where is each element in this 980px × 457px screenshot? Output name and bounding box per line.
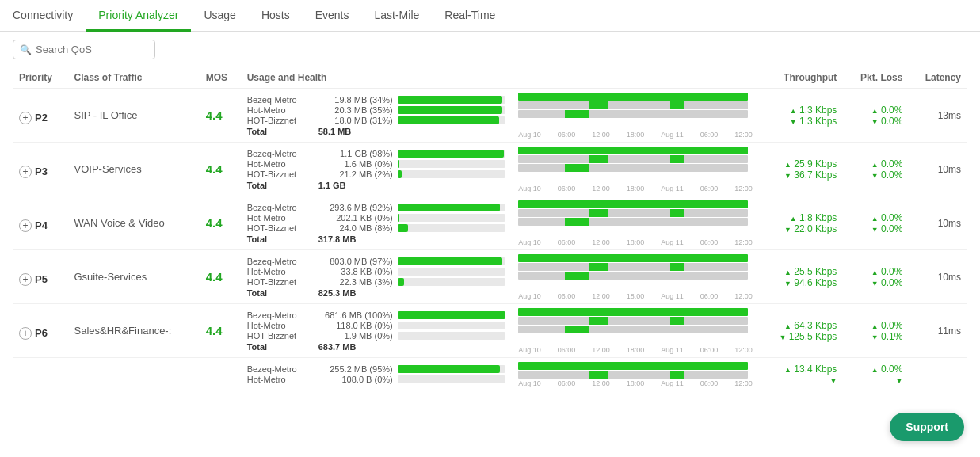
- usage-row: Hot-Metro 20.3 MB (35%): [247, 105, 506, 115]
- usage-bar-bg: [398, 257, 506, 265]
- pktloss-cell: ▲ 0.0% ▼ 0.1%: [843, 304, 909, 358]
- class-cell: [67, 358, 199, 391]
- latency-cell: 10ms: [909, 196, 967, 250]
- usage-source-label: HOT-Bizznet: [247, 277, 318, 287]
- tl-axis-label: 06:00: [558, 238, 576, 246]
- tl-axis-label: 06:00: [700, 292, 719, 300]
- timeline-bars: [518, 200, 752, 238]
- expand-btn[interactable]: +: [19, 219, 32, 232]
- total-label: Total: [247, 342, 318, 352]
- usage-size: 21.2 MB (2%): [318, 169, 398, 179]
- nav-item-events[interactable]: Events: [303, 0, 362, 32]
- tl-bar-seg2: [670, 101, 684, 109]
- priority-cell: +P3: [13, 143, 67, 196]
- usage-size: 1.1 GB (98%): [318, 149, 398, 158]
- tl-row: [518, 155, 752, 163]
- mos-cell: 4.4: [200, 89, 241, 143]
- nav-item-connectivity[interactable]: Connectivity: [13, 0, 86, 32]
- nav-item-priority-analyzer[interactable]: Priority Analyzer: [86, 0, 191, 32]
- expand-btn[interactable]: +: [19, 273, 32, 286]
- expand-btn[interactable]: +: [19, 327, 32, 340]
- nav-item-last-mile[interactable]: Last-Mile: [362, 0, 433, 32]
- usage-size: 24.0 MB (8%): [318, 223, 398, 233]
- tl-axis-label: 06:00: [700, 185, 719, 192]
- priority-label: P6: [35, 327, 48, 339]
- priority-cell: [13, 358, 67, 391]
- nav-item-hosts[interactable]: Hosts: [249, 0, 303, 32]
- expand-btn[interactable]: +: [19, 166, 32, 178]
- tl-axis-label: 06:00: [558, 379, 576, 387]
- tl-axis-label: Aug 11: [661, 131, 684, 139]
- class-label: VOIP-Services: [74, 163, 141, 175]
- usage-bar-bg: [398, 268, 506, 276]
- tl-axis-label: 18:00: [627, 292, 645, 300]
- usage-source-label: HOT-Bizznet: [247, 331, 318, 341]
- tl-bar-fill: [518, 308, 748, 316]
- total-size: 683.7 MB: [318, 342, 398, 352]
- priority-cell: +P5: [13, 250, 67, 304]
- usage-size: 19.8 MB (34%): [318, 95, 398, 105]
- expand-btn[interactable]: +: [19, 112, 32, 124]
- tl-bar-seg1: [589, 101, 608, 109]
- usage-bar-bg: [398, 214, 506, 222]
- usage-row: Bezeq-Metro 255.2 MB (95%): [247, 364, 506, 374]
- pkt-up: ▲ 0.0%: [849, 266, 902, 277]
- search-input[interactable]: [36, 44, 148, 55]
- tl-axis-label: 18:00: [627, 379, 645, 387]
- throughput-cell: ▲ 25.5 Kbps ▼ 94.6 Kbps: [759, 250, 844, 304]
- timeline-cell: Aug 1006:0012:0018:00Aug 1106:0012:00: [512, 143, 758, 196]
- tl-axis-label: 12:00: [592, 379, 610, 387]
- tl-axis-label: Aug 11: [661, 292, 684, 300]
- search-bar: 🔍: [0, 32, 980, 67]
- latency-cell: 11ms: [909, 304, 967, 358]
- usage-bar-fill: [398, 160, 400, 168]
- usage-bar-fill: [398, 268, 398, 276]
- tl-axis-label: 06:00: [700, 131, 719, 139]
- tl-row: [518, 218, 752, 226]
- usage-bar-fill: [398, 257, 503, 265]
- tl-bar-bg: [518, 317, 748, 325]
- usage-size: 1.6 MB (0%): [318, 159, 398, 169]
- tl-axis-label: 18:00: [627, 238, 645, 246]
- tl-row: [518, 110, 752, 118]
- table-row: Bezeq-Metro 255.2 MB (95%) Hot-Metro 108…: [13, 358, 967, 391]
- usage-row: Hot-Metro 118.0 KB (0%): [247, 321, 506, 330]
- tl-row: [518, 362, 752, 370]
- tl-bar-fill: [518, 254, 748, 262]
- tl-axis-label: 12:00: [592, 185, 610, 192]
- throughput-cell: ▲ 1.3 Kbps ▼ 1.3 Kbps: [759, 89, 844, 143]
- mos-value: 4.4: [206, 109, 223, 122]
- timeline-axis: Aug 1006:0012:0018:00Aug 1106:0012:00: [518, 379, 752, 387]
- pkt-down: ▼ 0.0%: [849, 277, 902, 288]
- tl-bar-bg2: [518, 164, 748, 172]
- nav-item-real-time[interactable]: Real-Time: [432, 0, 508, 32]
- mos-cell: 4.4: [200, 304, 241, 358]
- timeline-bars: [518, 147, 752, 184]
- usage-bar-bg: [398, 204, 506, 211]
- tl-axis-label: 06:00: [558, 185, 576, 192]
- timeline-axis: Aug 1006:0012:0018:00Aug 1106:0012:00: [518, 292, 752, 300]
- usage-size: 20.3 MB (35%): [318, 105, 398, 115]
- nav-item-usage[interactable]: Usage: [191, 0, 248, 32]
- pkt-up: ▲ 0.0%: [849, 320, 902, 331]
- total-row: Total 317.8 MB: [247, 234, 506, 244]
- tl-bar-fill: [518, 362, 748, 370]
- tl-axis-label: Aug 11: [661, 238, 684, 246]
- usage-bar-bg: [398, 106, 506, 114]
- latency-cell: 13ms: [909, 89, 967, 143]
- search-input-wrap[interactable]: 🔍: [13, 40, 155, 59]
- col-latency: Latency: [909, 67, 967, 89]
- tl-axis-label: 06:00: [700, 346, 719, 354]
- total-label: Total: [247, 234, 318, 244]
- priority-cell: +P4: [13, 196, 67, 250]
- usage-size: 255.2 MB (95%): [318, 364, 398, 374]
- tp-up: ▲ 64.3 Kbps: [765, 320, 837, 331]
- col-pktloss: Pkt. Loss: [843, 67, 909, 89]
- usage-source-label: Hot-Metro: [247, 375, 318, 384]
- col-usage: Usage and Health: [241, 67, 759, 89]
- pktloss-cell: ▲ 0.0% ▼ 0.0%: [843, 250, 909, 304]
- tl-axis-label: 12:00: [734, 238, 753, 246]
- usage-source-label: Hot-Metro: [247, 105, 318, 115]
- usage-source-label: Bezeq-Metro: [247, 310, 318, 320]
- col-throughput: Throughput: [759, 67, 844, 89]
